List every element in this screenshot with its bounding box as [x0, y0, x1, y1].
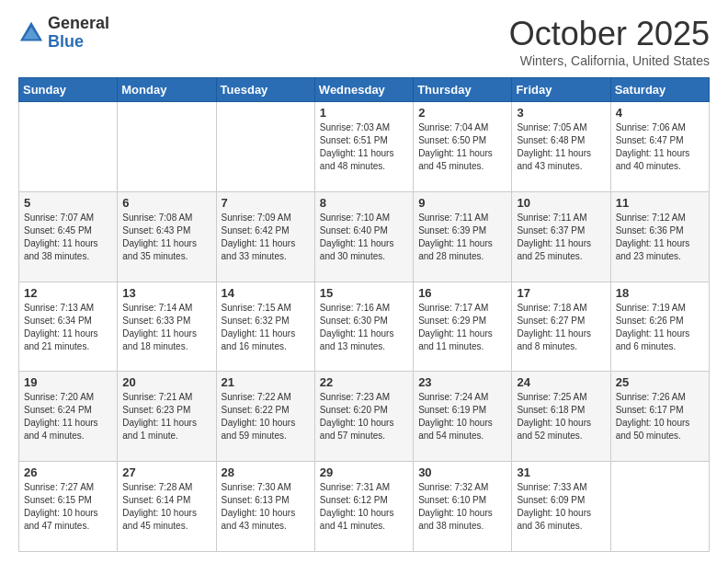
calendar-cell: 28Sunrise: 7:30 AM Sunset: 6:13 PM Dayli… [216, 462, 314, 552]
logo-icon [18, 20, 44, 46]
day-info: Sunrise: 7:33 AM Sunset: 6:09 PM Dayligh… [517, 481, 605, 533]
calendar-cell: 22Sunrise: 7:23 AM Sunset: 6:20 PM Dayli… [314, 372, 413, 462]
logo-general: General [48, 14, 109, 32]
week-row-2: 5Sunrise: 7:07 AM Sunset: 6:45 PM Daylig… [19, 191, 710, 282]
day-info: Sunrise: 7:13 AM Sunset: 6:34 PM Dayligh… [24, 302, 112, 353]
calendar-cell: 21Sunrise: 7:22 AM Sunset: 6:22 PM Dayli… [216, 372, 314, 462]
day-number: 27 [122, 465, 210, 479]
day-number: 5 [24, 196, 112, 210]
day-info: Sunrise: 7:22 AM Sunset: 6:22 PM Dayligh… [222, 391, 310, 442]
logo: General Blue [18, 15, 109, 52]
calendar-cell [118, 102, 216, 192]
calendar-cell: 1Sunrise: 7:03 AM Sunset: 6:51 PM Daylig… [314, 102, 413, 192]
calendar-cell: 25Sunrise: 7:26 AM Sunset: 6:17 PM Dayli… [610, 372, 709, 462]
calendar-cell: 6Sunrise: 7:08 AM Sunset: 6:43 PM Daylig… [118, 191, 216, 282]
day-number: 17 [517, 286, 605, 300]
calendar-cell: 16Sunrise: 7:17 AM Sunset: 6:29 PM Dayli… [414, 282, 512, 372]
day-info: Sunrise: 7:09 AM Sunset: 6:42 PM Dayligh… [222, 212, 310, 263]
day-header-wednesday: Wednesday [314, 78, 413, 102]
calendar-cell: 30Sunrise: 7:32 AM Sunset: 6:10 PM Dayli… [414, 462, 512, 552]
calendar-cell [610, 462, 709, 552]
calendar-cell: 12Sunrise: 7:13 AM Sunset: 6:34 PM Dayli… [19, 282, 118, 372]
day-number: 11 [616, 196, 704, 210]
calendar-cell: 14Sunrise: 7:15 AM Sunset: 6:32 PM Dayli… [216, 282, 314, 372]
day-info: Sunrise: 7:10 AM Sunset: 6:40 PM Dayligh… [320, 212, 408, 263]
day-number: 6 [122, 196, 210, 210]
day-number: 14 [222, 286, 310, 300]
day-number: 15 [320, 286, 408, 300]
day-info: Sunrise: 7:21 AM Sunset: 6:23 PM Dayligh… [122, 391, 210, 442]
calendar-table: SundayMondayTuesdayWednesdayThursdayFrid… [18, 77, 710, 552]
day-info: Sunrise: 7:07 AM Sunset: 6:45 PM Dayligh… [24, 212, 112, 263]
day-number: 8 [320, 196, 408, 210]
day-info: Sunrise: 7:16 AM Sunset: 6:30 PM Dayligh… [320, 302, 408, 353]
day-number: 1 [320, 106, 408, 120]
header: General Blue October 2025 Winters, Calif… [18, 15, 710, 68]
week-row-5: 26Sunrise: 7:27 AM Sunset: 6:15 PM Dayli… [19, 462, 710, 552]
day-header-thursday: Thursday [414, 78, 512, 102]
day-info: Sunrise: 7:26 AM Sunset: 6:17 PM Dayligh… [616, 391, 704, 442]
calendar-cell: 11Sunrise: 7:12 AM Sunset: 6:36 PM Dayli… [610, 191, 709, 282]
week-row-4: 19Sunrise: 7:20 AM Sunset: 6:24 PM Dayli… [19, 372, 710, 462]
logo-text: General Blue [48, 15, 109, 52]
day-number: 19 [24, 375, 112, 389]
day-info: Sunrise: 7:06 AM Sunset: 6:47 PM Dayligh… [616, 121, 704, 173]
day-number: 31 [517, 465, 605, 479]
day-number: 26 [24, 465, 112, 479]
day-number: 18 [616, 286, 704, 300]
calendar-cell: 17Sunrise: 7:18 AM Sunset: 6:27 PM Dayli… [512, 282, 610, 372]
month-title: October 2025 [509, 15, 710, 53]
calendar-cell: 31Sunrise: 7:33 AM Sunset: 6:09 PM Dayli… [512, 462, 610, 552]
page: General Blue October 2025 Winters, Calif… [0, 0, 728, 563]
day-number: 28 [222, 465, 310, 479]
calendar-cell: 18Sunrise: 7:19 AM Sunset: 6:26 PM Dayli… [610, 282, 709, 372]
day-number: 25 [616, 375, 704, 389]
day-number: 4 [616, 106, 704, 120]
title-block: October 2025 Winters, California, United… [509, 15, 710, 68]
calendar-cell: 15Sunrise: 7:16 AM Sunset: 6:30 PM Dayli… [314, 282, 413, 372]
calendar-cell: 23Sunrise: 7:24 AM Sunset: 6:19 PM Dayli… [414, 372, 512, 462]
day-info: Sunrise: 7:23 AM Sunset: 6:20 PM Dayligh… [320, 391, 408, 442]
day-info: Sunrise: 7:11 AM Sunset: 6:39 PM Dayligh… [418, 212, 506, 263]
day-info: Sunrise: 7:20 AM Sunset: 6:24 PM Dayligh… [24, 391, 112, 442]
logo-blue: Blue [48, 32, 84, 51]
calendar-cell: 26Sunrise: 7:27 AM Sunset: 6:15 PM Dayli… [19, 462, 118, 552]
day-number: 20 [122, 375, 210, 389]
day-header-saturday: Saturday [610, 78, 709, 102]
day-number: 2 [418, 106, 506, 120]
day-info: Sunrise: 7:15 AM Sunset: 6:32 PM Dayligh… [222, 302, 310, 353]
day-number: 9 [418, 196, 506, 210]
calendar-cell [216, 102, 314, 192]
day-info: Sunrise: 7:04 AM Sunset: 6:50 PM Dayligh… [418, 121, 506, 173]
calendar-cell: 3Sunrise: 7:05 AM Sunset: 6:48 PM Daylig… [512, 102, 610, 192]
calendar-cell: 20Sunrise: 7:21 AM Sunset: 6:23 PM Dayli… [118, 372, 216, 462]
day-info: Sunrise: 7:28 AM Sunset: 6:14 PM Dayligh… [122, 481, 210, 533]
calendar-cell: 4Sunrise: 7:06 AM Sunset: 6:47 PM Daylig… [610, 102, 709, 192]
day-info: Sunrise: 7:14 AM Sunset: 6:33 PM Dayligh… [122, 302, 210, 353]
day-info: Sunrise: 7:18 AM Sunset: 6:27 PM Dayligh… [517, 302, 605, 353]
calendar-cell: 10Sunrise: 7:11 AM Sunset: 6:37 PM Dayli… [512, 191, 610, 282]
day-number: 13 [122, 286, 210, 300]
day-number: 24 [517, 375, 605, 389]
day-number: 22 [320, 375, 408, 389]
day-info: Sunrise: 7:03 AM Sunset: 6:51 PM Dayligh… [320, 121, 408, 173]
calendar-cell: 2Sunrise: 7:04 AM Sunset: 6:50 PM Daylig… [414, 102, 512, 192]
week-row-3: 12Sunrise: 7:13 AM Sunset: 6:34 PM Dayli… [19, 282, 710, 372]
header-row: SundayMondayTuesdayWednesdayThursdayFrid… [19, 78, 710, 102]
calendar-cell: 7Sunrise: 7:09 AM Sunset: 6:42 PM Daylig… [216, 191, 314, 282]
day-info: Sunrise: 7:32 AM Sunset: 6:10 PM Dayligh… [418, 481, 506, 533]
day-number: 21 [222, 375, 310, 389]
day-number: 30 [418, 465, 506, 479]
calendar-cell: 5Sunrise: 7:07 AM Sunset: 6:45 PM Daylig… [19, 191, 118, 282]
calendar-cell: 13Sunrise: 7:14 AM Sunset: 6:33 PM Dayli… [118, 282, 216, 372]
calendar-cell [19, 102, 118, 192]
day-header-tuesday: Tuesday [216, 78, 314, 102]
day-info: Sunrise: 7:30 AM Sunset: 6:13 PM Dayligh… [222, 481, 310, 533]
day-header-monday: Monday [118, 78, 216, 102]
day-number: 10 [517, 196, 605, 210]
day-number: 7 [222, 196, 310, 210]
day-info: Sunrise: 7:27 AM Sunset: 6:15 PM Dayligh… [24, 481, 112, 533]
day-info: Sunrise: 7:12 AM Sunset: 6:36 PM Dayligh… [616, 212, 704, 263]
day-number: 23 [418, 375, 506, 389]
day-info: Sunrise: 7:24 AM Sunset: 6:19 PM Dayligh… [418, 391, 506, 442]
